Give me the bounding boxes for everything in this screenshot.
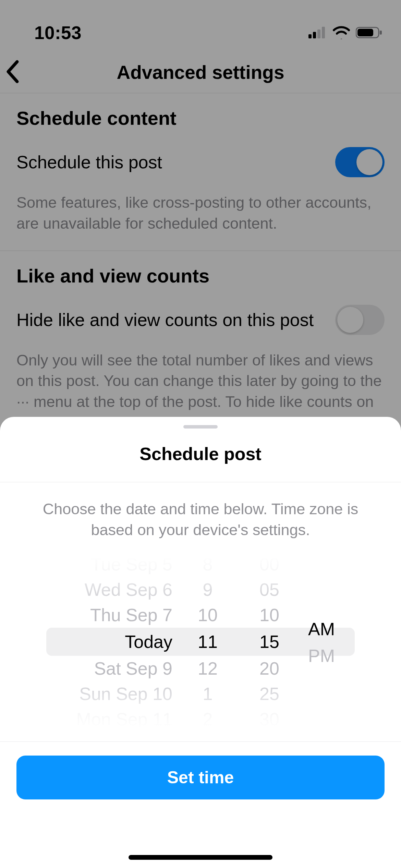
picker-hour-option[interactable]: 12 — [198, 656, 218, 681]
picker-minute-option[interactable]: 20 — [259, 656, 279, 681]
picker-date-option[interactable]: Tue Sep 5 — [91, 552, 172, 577]
picker-minute-column[interactable]: 00 05 10 15 20 25 30 — [237, 552, 302, 732]
home-indicator[interactable] — [129, 855, 272, 860]
sheet-title: Schedule post — [0, 444, 401, 464]
picker-hour-column[interactable]: 8 9 10 11 12 1 2 — [179, 552, 237, 732]
picker-hour-option[interactable]: 1 — [203, 681, 213, 707]
picker-minute-option[interactable]: 25 — [259, 681, 279, 707]
picker-date-selected[interactable]: Today — [125, 628, 172, 656]
picker-minute-option[interactable]: 30 — [259, 707, 279, 732]
picker-date-option[interactable]: Thu Sep 7 — [90, 602, 172, 628]
datetime-picker[interactable]: Tue Sep 5 Wed Sep 6 Thu Sep 7 Today Sat … — [46, 552, 355, 732]
picker-hour-option[interactable]: 2 — [203, 707, 213, 732]
picker-minute-option[interactable]: 05 — [259, 577, 279, 602]
picker-hour-option[interactable]: 8 — [203, 552, 213, 577]
picker-minute-option[interactable]: 10 — [259, 602, 279, 628]
picker-date-option[interactable]: Wed Sep 6 — [85, 577, 172, 602]
picker-date-option[interactable]: Sat Sep 9 — [94, 656, 172, 681]
picker-hour-selected[interactable]: 11 — [198, 628, 218, 656]
picker-hour-option[interactable]: 9 — [203, 577, 213, 602]
picker-date-option[interactable]: Mon Sep 11 — [76, 707, 172, 732]
picker-minute-option[interactable]: 00 — [259, 552, 279, 577]
picker-date-column[interactable]: Tue Sep 5 Wed Sep 6 Thu Sep 7 Today Sat … — [46, 552, 179, 732]
set-time-button[interactable]: Set time — [16, 756, 385, 799]
sheet-description: Choose the date and time below. Time zon… — [0, 482, 401, 541]
picker-hour-option[interactable]: 10 — [198, 602, 218, 628]
picker-ampm-option[interactable]: PM — [308, 643, 335, 668]
picker-minute-selected[interactable]: 15 — [259, 628, 279, 656]
picker-ampm-column[interactable]: AM PM — [302, 552, 355, 732]
schedule-post-sheet: Schedule post Choose the date and time b… — [0, 417, 401, 868]
picker-ampm-selected[interactable]: AM — [308, 615, 335, 643]
sheet-grabber[interactable] — [183, 425, 218, 429]
picker-date-option[interactable]: Sun Sep 10 — [79, 681, 172, 707]
